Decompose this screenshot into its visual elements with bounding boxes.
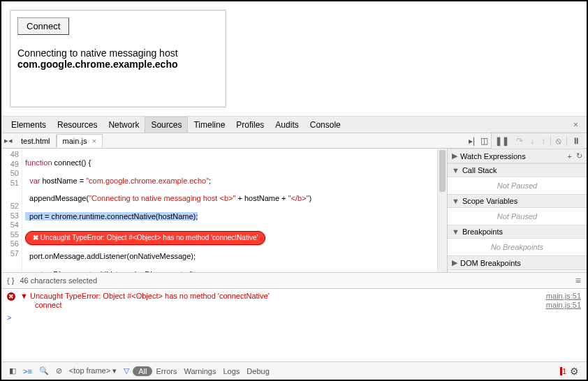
inline-error-bubble: Uncaught TypeError: Object #<Object> has… [25, 231, 265, 245]
error-icon: ✖ [7, 292, 15, 301]
step-out-icon[interactable]: ↑ [538, 136, 549, 146]
file-tab-main-js[interactable]: main.js × [57, 134, 103, 148]
debugger-sidebar: ▶ Watch Expressions + ↻ ▼ Call Stack Not… [447, 149, 587, 272]
filter-warnings[interactable]: Warnings [180, 367, 219, 375]
file-tab-bar: ▸◂ test.html main.js × ▸| ◫ ❚❚ ↷ ↓ ↑ ⦸ ⏸ [1, 133, 587, 149]
tab-sources[interactable]: Sources [145, 117, 188, 133]
tab-elements[interactable]: Elements [6, 117, 52, 133]
deactivate-breakpoints-icon[interactable]: ⦸ [552, 136, 565, 146]
scope-variables-header[interactable]: ▼ Scope Variables [448, 194, 587, 208]
toggle-sidebar-icon[interactable]: ◫ [478, 136, 491, 146]
code-content[interactable]: function connect() { var hostName = "com… [22, 149, 447, 272]
search-icon[interactable]: 🔍 [36, 366, 52, 375]
line-gutter: 48 49 50 51 52 53 54 55 56 57 [1, 149, 22, 272]
host-name: com.google.chrome.example.echo [17, 59, 178, 70]
step-over-icon[interactable]: ↷ [513, 136, 527, 146]
clear-icon[interactable]: ⊘ [52, 366, 66, 375]
format-icon[interactable]: ▸| [466, 136, 478, 146]
file-tab-test-html[interactable]: test.html [15, 135, 57, 147]
triangle-down-icon: ▼ [452, 197, 460, 205]
console-toolbar: ◧ >≡ 🔍 ⊘ <top frame> ▾ ▽ All Errors Warn… [1, 361, 587, 380]
triangle-right-icon: ▶ [452, 151, 457, 160]
filter-logs[interactable]: Logs [219, 367, 243, 375]
triangle-down-icon: ▼ [452, 166, 460, 174]
tab-timeline[interactable]: Timeline [188, 117, 230, 133]
filter-debug[interactable]: Debug [243, 367, 272, 375]
console-prompt[interactable]: > [7, 313, 581, 322]
tab-profiles[interactable]: Profiles [230, 117, 270, 133]
triangle-down-icon: ▼ [452, 227, 460, 236]
source-link[interactable]: main.js:51 [546, 301, 581, 309]
dom-breakpoints-header[interactable]: ▶ DOM Breakpoints [448, 255, 587, 270]
devtools-panel-tabs: Elements Resources Network Sources Timel… [1, 117, 587, 133]
filter-icon[interactable]: ▽ [120, 366, 133, 375]
close-tab-icon[interactable]: × [91, 137, 96, 145]
tab-console[interactable]: Console [304, 117, 346, 133]
pause-on-exceptions-icon[interactable]: ⏸ [568, 136, 584, 146]
frame-selector[interactable]: <top frame> ▾ [66, 366, 120, 375]
watch-expressions-header[interactable]: ▶ Watch Expressions + ↻ [448, 149, 587, 163]
scrollbar-vertical[interactable] [437, 149, 447, 272]
status-text: Connecting to native messaging host [17, 47, 178, 59]
console-error-message: Uncaught TypeError: Object #<Object> has… [30, 292, 270, 300]
filter-errors[interactable]: Errors [152, 367, 180, 375]
selection-status: 46 characters selected [20, 276, 97, 285]
add-icon[interactable]: + [568, 152, 572, 160]
breakpoints-header[interactable]: ▼ Breakpoints [448, 225, 587, 239]
stack-frame[interactable]: connect [35, 301, 62, 309]
braces-icon[interactable]: { } [7, 276, 14, 285]
show-console-icon[interactable]: >≡ [20, 367, 36, 375]
dock-icon[interactable]: ◧ [6, 366, 20, 375]
triangle-right-icon: ▶ [452, 258, 457, 267]
editor-status-bar: { } 46 characters selected ≡ [1, 273, 587, 289]
step-into-icon[interactable]: ↓ [527, 136, 538, 146]
error-count[interactable]: !1 [560, 367, 566, 375]
sources-body: 48 49 50 51 52 53 54 55 56 57 function c… [1, 149, 587, 273]
pause-icon[interactable]: ❚❚ [492, 136, 513, 146]
tab-network[interactable]: Network [103, 117, 145, 133]
source-link[interactable]: main.js:51 [546, 292, 581, 300]
close-icon[interactable]: × [569, 120, 582, 130]
tab-audits[interactable]: Audits [270, 117, 304, 133]
navigator-toggle-icon[interactable]: ▸◂ [4, 136, 13, 145]
gear-icon[interactable]: ⚙ [566, 366, 582, 377]
scope-body: Not Paused [448, 208, 587, 225]
call-stack-body: Not Paused [448, 177, 587, 194]
call-stack-header[interactable]: ▼ Call Stack [448, 163, 587, 177]
refresh-icon[interactable]: ↻ [576, 151, 582, 160]
console-panel[interactable]: ✖ ▼ Uncaught TypeError: Object #<Object>… [1, 289, 587, 361]
menu-icon[interactable]: ≡ [575, 275, 581, 286]
page-content: Connect Connecting to native messaging h… [1, 1, 587, 117]
breakpoints-body: No Breakpoints [448, 239, 587, 255]
debugger-toolbar: ❚❚ ↷ ↓ ↑ ⦸ ⏸ [491, 133, 584, 149]
tab-resources[interactable]: Resources [52, 117, 103, 133]
connect-button[interactable]: Connect [17, 17, 69, 35]
code-editor[interactable]: 48 49 50 51 52 53 54 55 56 57 function c… [1, 149, 447, 272]
demo-panel: Connect Connecting to native messaging h… [10, 10, 226, 107]
filter-all[interactable]: All [133, 366, 152, 376]
triangle-down-icon[interactable]: ▼ [20, 292, 28, 300]
